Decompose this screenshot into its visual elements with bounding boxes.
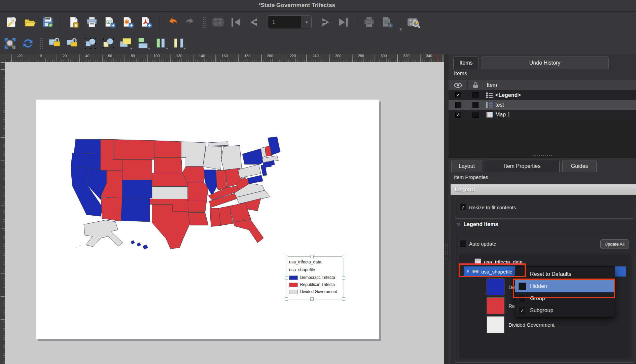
- previous-feature-icon[interactable]: [247, 15, 262, 30]
- selection-handle[interactable]: [285, 255, 288, 258]
- print-layout-icon[interactable]: [84, 15, 99, 30]
- atlas-settings-icon[interactable]: [406, 15, 421, 30]
- menu-item-hidden[interactable]: Hidden: [515, 280, 615, 292]
- ruler-tick-label: 60: [107, 54, 112, 58]
- state-shape: [122, 159, 152, 180]
- legend-section-header: Legend: [451, 184, 636, 195]
- map-item[interactable]: [60, 129, 282, 254]
- selection-handle[interactable]: [285, 297, 288, 301]
- tab-item-properties[interactable]: Item Properties: [485, 160, 560, 172]
- layout-manager-icon[interactable]: [4, 15, 19, 30]
- print-atlas-icon[interactable]: [362, 15, 377, 30]
- selection-handle[interactable]: [310, 297, 314, 301]
- ruler-corner: [0, 54, 5, 62]
- state-shape: [271, 160, 275, 166]
- tree-row-trifecta-data[interactable]: usa_trifecta_data: [474, 257, 523, 266]
- auto-update-row[interactable]: Auto update: [460, 241, 496, 247]
- ruler-cursor-marker: [437, 54, 437, 62]
- items-row-legend[interactable]: <Legend>: [449, 90, 636, 100]
- resize-items-icon[interactable]: [172, 36, 187, 51]
- selection-handle[interactable]: [310, 255, 314, 258]
- tab-items[interactable]: Items: [453, 57, 479, 69]
- state-shape: [74, 140, 101, 154]
- update-all-button[interactable]: Update All: [600, 239, 629, 249]
- right-panel: Items Undo History Items Item <Legend>: [449, 54, 636, 364]
- selection-handle[interactable]: [342, 276, 345, 280]
- export-pdf-icon[interactable]: [139, 15, 154, 30]
- align-items-icon[interactable]: [137, 36, 151, 51]
- unlock-all-icon[interactable]: [65, 36, 80, 51]
- resize-to-fit-checkbox[interactable]: [460, 204, 466, 210]
- legend-items-header[interactable]: ▽ Legend Items: [457, 221, 498, 227]
- polygon-layer-icon: [472, 269, 479, 274]
- state-shape: [242, 149, 264, 165]
- tab-guides[interactable]: Guides: [562, 160, 597, 172]
- atlas-toggle-icon[interactable]: [211, 15, 225, 30]
- menu-item-label: Group: [530, 295, 545, 301]
- layout-page[interactable]: usa_trifecta_data usa_shapefile Democrat…: [36, 100, 379, 339]
- raise-items-icon[interactable]: [119, 36, 134, 51]
- selection-handle[interactable]: [342, 297, 345, 301]
- open-layout-icon[interactable]: [22, 15, 37, 30]
- first-feature-icon[interactable]: [229, 15, 244, 30]
- items-row-test[interactable]: test: [449, 100, 636, 110]
- toolbar-grip[interactable]: [203, 16, 206, 28]
- visibility-checkbox[interactable]: [455, 112, 461, 118]
- state-shape: [152, 173, 189, 186]
- distribute-items-icon[interactable]: [154, 36, 169, 51]
- collapse-triangle-icon[interactable]: ▽: [457, 222, 460, 227]
- menu-checkbox[interactable]: [519, 283, 526, 290]
- lock-items-icon[interactable]: [47, 36, 62, 51]
- selection-handle[interactable]: [285, 276, 288, 280]
- new-report-icon[interactable]: [66, 15, 81, 30]
- ruler-tick-label: 240: [312, 54, 319, 58]
- resize-to-fit-row[interactable]: Resize to fit contents: [460, 204, 516, 210]
- ruler-tick-label: 100: [152, 54, 160, 58]
- lock-checkbox[interactable]: [472, 112, 479, 118]
- refresh-icon[interactable]: [21, 36, 35, 51]
- undo-icon[interactable]: [165, 15, 180, 30]
- selection-handle[interactable]: [342, 255, 345, 258]
- redo-icon[interactable]: [183, 15, 198, 30]
- export-atlas-icon[interactable]: [380, 15, 395, 30]
- tab-undo-history[interactable]: Undo History: [481, 57, 609, 69]
- move-content-icon[interactable]: [101, 36, 116, 51]
- save-layout-icon[interactable]: [40, 15, 55, 30]
- menu-item-group[interactable]: Group: [515, 292, 615, 304]
- next-feature-icon[interactable]: [318, 15, 332, 30]
- window-title: *State Government Trifectas: [258, 2, 335, 9]
- item-name: <Legend>: [495, 92, 521, 98]
- lock-checkbox[interactable]: [472, 102, 479, 108]
- atlas-page-value[interactable]: 1: [268, 19, 302, 25]
- export-atlas-dropdown-caret[interactable]: ▼: [399, 27, 402, 31]
- export-image-icon[interactable]: [103, 15, 117, 30]
- splitter-handle[interactable]: [445, 244, 448, 260]
- menu-item-subgroup[interactable]: Subgroup: [515, 304, 615, 317]
- select-move-item-icon[interactable]: [83, 36, 98, 51]
- menu-checkbox[interactable]: [519, 307, 526, 314]
- menu-item-reset-to-defaults[interactable]: Reset to Defaults: [515, 268, 615, 280]
- panel-drag-handle[interactable]: [532, 155, 553, 157]
- layout-canvas[interactable]: usa_trifecta_data usa_shapefile Democrat…: [5, 62, 444, 364]
- ruler-tick-label: 220: [289, 54, 296, 58]
- toolbar-grip[interactable]: [40, 38, 43, 49]
- tree-symbol-divided[interactable]: Divided Government: [487, 316, 555, 333]
- export-svg-icon[interactable]: [121, 15, 136, 30]
- atlas-page-combo[interactable]: 1 ▼: [268, 15, 312, 29]
- atlas-page-dropdown[interactable]: ▼: [302, 16, 311, 28]
- item-properties-panel-title: Item Properties: [454, 174, 488, 180]
- items-row-map[interactable]: Map 1: [449, 110, 636, 119]
- zoom-full-icon[interactable]: [3, 36, 17, 51]
- visibility-checkbox[interactable]: [455, 92, 461, 98]
- legend-item[interactable]: usa_trifecta_data usa_shapefile Democrat…: [286, 256, 344, 299]
- auto-update-checkbox[interactable]: [460, 241, 466, 247]
- items-panel-title: Items: [454, 71, 467, 77]
- tab-layout[interactable]: Layout: [451, 160, 482, 172]
- expand-arrow-icon[interactable]: ▼: [466, 269, 470, 274]
- last-feature-icon[interactable]: [336, 15, 351, 30]
- lock-checkbox[interactable]: [472, 92, 479, 98]
- tree-item-label: usa_trifecta_data: [484, 259, 523, 265]
- menu-checkbox[interactable]: [519, 295, 526, 302]
- visibility-checkbox[interactable]: [455, 102, 461, 108]
- panel-splitter[interactable]: [444, 54, 449, 364]
